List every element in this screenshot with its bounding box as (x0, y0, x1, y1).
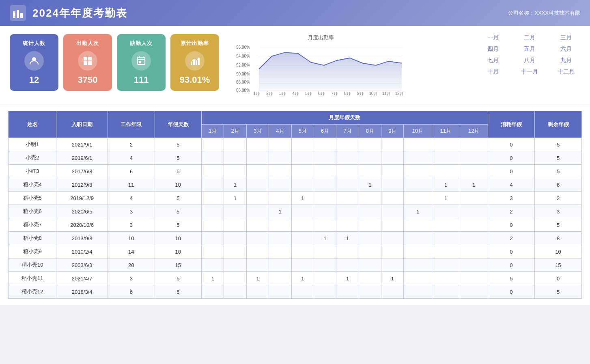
table-cell: 0 (488, 151, 535, 165)
table-cell (314, 178, 336, 192)
table-cell (460, 285, 488, 299)
month-nav-6[interactable]: 六月 (552, 45, 580, 53)
svg-text:7月: 7月 (331, 91, 338, 96)
svg-text:4月: 4月 (292, 91, 299, 96)
table-cell (460, 258, 488, 272)
table-cell: 5 (535, 285, 582, 299)
table-cell: 5 (535, 218, 582, 232)
month-nav-9[interactable]: 九月 (552, 57, 580, 64)
table-cell: 稻小壳7 (9, 218, 56, 232)
table-cell (246, 151, 269, 165)
svg-text:12月: 12月 (395, 91, 403, 96)
table-cell (359, 258, 381, 272)
table-cell (359, 192, 381, 205)
table-cell: 5 (535, 151, 582, 165)
table-cell (460, 151, 488, 165)
month-nav-10[interactable]: 十月 (479, 68, 507, 75)
table-cell (224, 245, 246, 258)
table-cell: 6 (108, 165, 155, 178)
svg-rect-12 (139, 61, 141, 63)
table-cell: 1 (336, 272, 359, 285)
table-cell (460, 232, 488, 245)
svg-marker-29 (259, 52, 402, 91)
table-cell (202, 258, 224, 272)
stat-icon-2 (131, 51, 151, 71)
table-cell (314, 272, 336, 285)
table-cell (381, 218, 404, 232)
svg-text:8月: 8月 (344, 91, 351, 96)
table-cell (381, 245, 404, 258)
table-cell: 3 (108, 205, 155, 218)
table-cell (246, 138, 269, 151)
table-cell: 2003/6/3 (56, 258, 108, 272)
table-cell: 小明1 (9, 138, 56, 151)
table-cell: 11 (108, 178, 155, 192)
table-cell (336, 218, 359, 232)
table-cell (336, 138, 359, 151)
table-cell (224, 218, 246, 232)
table-cell (314, 165, 336, 178)
chart-title: 月度出勤率 (227, 34, 414, 41)
table-row: 小红32017/6/36505 (9, 165, 582, 178)
svg-text:10月: 10月 (369, 91, 377, 96)
table-cell: 稻小壳12 (9, 285, 56, 299)
table-row: 稻小壳72020/10/63505 (9, 218, 582, 232)
svg-text:94.00%: 94.00% (236, 54, 250, 58)
table-cell: 2019/6/1 (56, 151, 108, 165)
month-nav-3[interactable]: 三月 (552, 34, 580, 41)
month-nav-1[interactable]: 一月 (479, 34, 507, 41)
table-cell (432, 285, 460, 299)
table-cell (336, 258, 359, 272)
table-cell: 10 (155, 245, 202, 258)
table-cell (314, 285, 336, 299)
table-row: 稻小壳82013/9/310101128 (9, 232, 582, 245)
table-cell (460, 138, 488, 151)
table-cell (246, 178, 269, 192)
svg-text:5月: 5月 (305, 91, 312, 96)
table-cell: 1 (291, 272, 314, 285)
month-nav-2[interactable]: 二月 (515, 34, 544, 41)
month-nav-4[interactable]: 四月 (479, 45, 507, 53)
table-cell: 小壳2 (9, 151, 56, 165)
table-cell (404, 232, 432, 245)
table-cell (381, 178, 404, 192)
svg-text:2月: 2月 (266, 91, 273, 96)
table-cell (336, 285, 359, 299)
table-cell (291, 165, 314, 178)
month-nav-7[interactable]: 七月 (479, 57, 507, 64)
table-cell (336, 245, 359, 258)
table-cell (432, 151, 460, 165)
th-remain: 剩余年假 (535, 111, 582, 138)
table-cell: 8 (535, 232, 582, 245)
table-cell: 1 (224, 192, 246, 205)
table-cell: 1 (381, 272, 404, 285)
svg-text:11月: 11月 (382, 91, 390, 96)
svg-text:96.00%: 96.00% (236, 45, 250, 50)
table-cell (202, 232, 224, 245)
table-cell (460, 192, 488, 205)
table-cell: 10 (108, 232, 155, 245)
table-cell (291, 151, 314, 165)
table-cell: 1 (246, 272, 269, 285)
table-cell (432, 165, 460, 178)
month-nav-11[interactable]: 十一月 (515, 68, 544, 75)
table-cell: 10 (155, 178, 202, 192)
table-cell: 2013/9/3 (56, 232, 108, 245)
table-cell (404, 178, 432, 192)
th-used: 消耗年假 (488, 111, 535, 138)
table-cell: 2021/9/1 (56, 138, 108, 151)
table-cell (381, 232, 404, 245)
table-cell (381, 165, 404, 178)
month-nav-5[interactable]: 五月 (515, 45, 544, 53)
table-cell (202, 205, 224, 218)
table-cell (432, 138, 460, 151)
table-cell: 稻小壳4 (9, 178, 56, 192)
table-cell: 5 (155, 285, 202, 299)
month-nav-8[interactable]: 八月 (515, 57, 544, 64)
table-row: 稻小壳52019/12/94511132 (9, 192, 582, 205)
table-cell (202, 178, 224, 192)
svg-rect-5 (88, 57, 92, 60)
month-nav-12[interactable]: 十二月 (552, 68, 580, 75)
table-cell: 1 (359, 178, 381, 192)
table-cell (359, 272, 381, 285)
